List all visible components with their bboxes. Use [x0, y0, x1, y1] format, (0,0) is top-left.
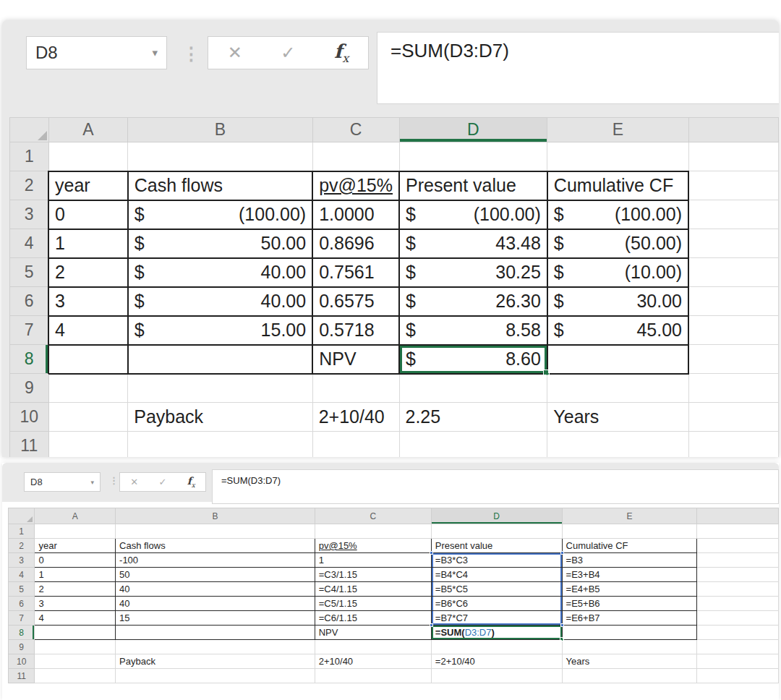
- bottom-cell-D11[interactable]: [431, 669, 562, 683]
- bottom-cell-C5[interactable]: =C4/1.15: [315, 582, 431, 597]
- bottom-row-header-8[interactable]: 8: [9, 626, 35, 640]
- top-col-header-A[interactable]: A: [48, 118, 128, 142]
- top-select-all[interactable]: [10, 118, 49, 142]
- top-cell-A7[interactable]: 4: [48, 316, 128, 345]
- top-cell-D8[interactable]: $8.60: [399, 345, 547, 374]
- bottom-cell-C3[interactable]: 1: [315, 553, 431, 568]
- bottom-cell-C7[interactable]: =C6/1.15: [315, 611, 431, 626]
- top-cell-E8[interactable]: [547, 345, 688, 374]
- insert-function-button[interactable]: fx: [334, 40, 349, 65]
- top-cell-C3[interactable]: 1.0000: [312, 200, 399, 229]
- top-cell-A8[interactable]: [48, 345, 128, 374]
- top-cell-F2[interactable]: [688, 171, 778, 200]
- top-row-header-5[interactable]: 5: [10, 258, 49, 287]
- bottom-cell-A6[interactable]: 3: [35, 597, 116, 611]
- top-cell-F11[interactable]: [688, 432, 778, 458]
- top-cell-D10[interactable]: 2.25: [399, 403, 547, 432]
- top-cell-B9[interactable]: [128, 374, 312, 403]
- top-cell-C8[interactable]: NPV: [312, 345, 399, 374]
- chevron-down-icon[interactable]: ▾: [152, 46, 158, 59]
- top-cell-E3[interactable]: $(100.00): [547, 200, 688, 229]
- bottom-cell-A11[interactable]: [35, 669, 116, 683]
- top-cell-B4[interactable]: $50.00: [128, 229, 312, 258]
- bottom-col-header-D[interactable]: D: [431, 508, 562, 524]
- top-cell-B7[interactable]: $15.00: [128, 316, 312, 345]
- formula-bar[interactable]: =SUM(D3:D7): [377, 32, 779, 104]
- top-cell-F5[interactable]: [688, 258, 778, 287]
- bottom-cell-A1[interactable]: [35, 524, 116, 539]
- top-cell-B3[interactable]: $(100.00): [128, 200, 312, 229]
- top-cell-A10[interactable]: [48, 403, 128, 432]
- bottom-cell-D1[interactable]: [431, 524, 562, 539]
- bottom-cell-E2[interactable]: Cumulative CF: [562, 539, 697, 553]
- bottom-row-header-11[interactable]: 11: [9, 669, 35, 683]
- bottom-cell-B5[interactable]: 40: [116, 582, 315, 597]
- bottom-cell-F3[interactable]: [697, 553, 779, 568]
- top-col-header-E[interactable]: E: [547, 118, 688, 142]
- bottom-cell-C11[interactable]: [315, 669, 431, 683]
- bottom-col-header-C[interactable]: C: [315, 508, 431, 524]
- bottom-cell-B8[interactable]: [116, 626, 315, 640]
- bottom-cell-F7[interactable]: [697, 611, 779, 626]
- bottom-row-header-5[interactable]: 5: [9, 582, 35, 597]
- top-cell-D1[interactable]: [399, 142, 547, 171]
- bottom-cell-B3[interactable]: -100: [116, 553, 315, 568]
- bottom-row-header-3[interactable]: 3: [9, 553, 35, 568]
- bottom-cell-C1[interactable]: [315, 524, 431, 539]
- top-cell-A4[interactable]: 1: [48, 229, 128, 258]
- bottom-cell-D5[interactable]: =B5*C5: [431, 582, 562, 597]
- bottom-row-header-10[interactable]: 10: [9, 654, 35, 669]
- bottom-cell-A9[interactable]: [35, 640, 116, 654]
- top-cell-F6[interactable]: [688, 287, 778, 316]
- top-col-header-cut[interactable]: [688, 118, 778, 142]
- top-row-header-9[interactable]: 9: [10, 374, 49, 403]
- bottom-cell-E8[interactable]: [562, 626, 697, 640]
- top-cell-A5[interactable]: 2: [48, 258, 128, 287]
- top-cell-F3[interactable]: [688, 200, 778, 229]
- range-handle[interactable]: [430, 551, 433, 555]
- bottom-cell-E4[interactable]: =E3+B4: [562, 568, 697, 582]
- top-cell-A1[interactable]: [48, 142, 128, 171]
- top-row-header-8[interactable]: 8: [10, 345, 49, 374]
- bottom-cell-B10[interactable]: Payback: [116, 654, 315, 669]
- bottom-row-header-2[interactable]: 2: [9, 539, 35, 553]
- top-cell-B6[interactable]: $40.00: [128, 287, 312, 316]
- top-cell-B11[interactable]: [128, 432, 312, 458]
- top-cell-B5[interactable]: $40.00: [128, 258, 312, 287]
- top-cell-E11[interactable]: [547, 432, 688, 458]
- bottom-col-header-A[interactable]: A: [35, 508, 116, 524]
- bottom-cell-C2[interactable]: pv@15%: [315, 539, 431, 553]
- bottom-cell-E6[interactable]: =E5+B6: [562, 597, 697, 611]
- bottom-cell-D4[interactable]: =B4*C4: [431, 568, 562, 582]
- insert-function-button[interactable]: fx: [187, 475, 195, 489]
- top-cell-D9[interactable]: [399, 374, 547, 403]
- top-cell-B2[interactable]: Cash flows: [128, 171, 312, 200]
- top-cell-B10[interactable]: Payback: [128, 403, 312, 432]
- top-cell-F4[interactable]: [688, 229, 778, 258]
- bottom-cell-A7[interactable]: 4: [35, 611, 116, 626]
- top-cell-A6[interactable]: 3: [48, 287, 128, 316]
- top-cell-E7[interactable]: $45.00: [547, 316, 688, 345]
- bottom-cell-A5[interactable]: 2: [35, 582, 116, 597]
- bottom-cell-B9[interactable]: [116, 640, 315, 654]
- top-cell-C1[interactable]: [312, 142, 399, 171]
- bottom-row-header-1[interactable]: 1: [9, 524, 35, 539]
- bottom-cell-F11[interactable]: [697, 669, 779, 683]
- formula-bar[interactable]: =SUM(D3:D7): [212, 469, 779, 504]
- bottom-cell-B7[interactable]: 15: [116, 611, 315, 626]
- top-col-header-D[interactable]: D: [399, 118, 547, 142]
- cancel-button[interactable]: ✕: [228, 43, 242, 63]
- bottom-cell-C8[interactable]: NPV: [315, 626, 431, 640]
- bottom-cell-C6[interactable]: =C5/1.15: [315, 597, 431, 611]
- bottom-cell-F10[interactable]: [697, 654, 779, 669]
- bottom-row-header-6[interactable]: 6: [9, 597, 35, 611]
- top-cell-D7[interactable]: $8.58: [399, 316, 547, 345]
- bottom-col-header-E[interactable]: E: [562, 508, 697, 524]
- top-cell-F1[interactable]: [688, 142, 778, 171]
- bottom-cell-D2[interactable]: Present value: [431, 539, 562, 553]
- top-cell-D11[interactable]: [399, 432, 547, 458]
- top-cell-E2[interactable]: Cumulative CF: [547, 171, 688, 200]
- top-cell-A9[interactable]: [48, 374, 128, 403]
- top-cell-D3[interactable]: $(100.00): [399, 200, 547, 229]
- bottom-cell-D7[interactable]: =B7*C7: [431, 611, 562, 626]
